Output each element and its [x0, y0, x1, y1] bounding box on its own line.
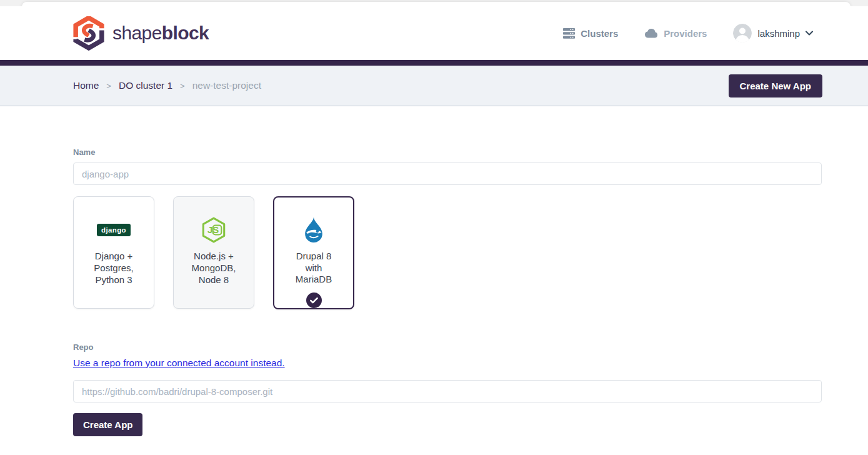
- nodejs-logo-icon: JS: [200, 213, 227, 247]
- chevron-down-icon: [806, 31, 813, 36]
- drupal-logo-icon: [301, 214, 327, 247]
- app-header: shapeblock Clusters: [0, 6, 868, 60]
- brand-name-shape: shape: [112, 22, 162, 43]
- server-stack-icon: [563, 28, 575, 39]
- person-avatar: [733, 24, 752, 42]
- repo-section: Repo Use a repo from your connected acco…: [73, 342, 822, 436]
- nav-item-clusters[interactable]: Clusters: [563, 28, 618, 39]
- brand-logo[interactable]: shapeblock: [73, 16, 209, 51]
- stack-card-drupal-label: Drupal 8 with MariaDB: [287, 251, 340, 286]
- top-nav: Clusters Providers lakshminp: [563, 24, 813, 42]
- check-circle-icon: [306, 292, 322, 308]
- create-app-form: Name django Django + Postgres, Python 3 …: [0, 106, 868, 436]
- create-app-button[interactable]: Create App: [73, 413, 142, 436]
- repo-field-label: Repo: [73, 342, 822, 352]
- nav-item-providers[interactable]: Providers: [644, 28, 707, 39]
- breadcrumb-bar: Home > DO cluster 1 > new-test-project C…: [0, 66, 868, 106]
- brand-name-block: block: [162, 22, 209, 43]
- django-logo: django: [97, 224, 131, 236]
- breadcrumb-home[interactable]: Home: [73, 80, 99, 91]
- nodejs-js-letters: JS: [207, 224, 219, 235]
- breadcrumb-separator: >: [106, 81, 111, 91]
- stack-card-list: django Django + Postgres, Python 3 JS No…: [73, 196, 822, 309]
- stack-card-django[interactable]: django Django + Postgres, Python 3: [73, 196, 154, 309]
- cloud-icon: [644, 29, 658, 38]
- user-menu[interactable]: lakshminp: [733, 24, 813, 42]
- browser-edge-strip: [0, 0, 868, 6]
- breadcrumb-separator: >: [180, 81, 185, 91]
- name-field-label: Name: [73, 148, 822, 157]
- use-connected-repo-link[interactable]: Use a repo from your connected account i…: [73, 358, 285, 369]
- shapeblock-hexagon-logo-icon: [73, 16, 104, 51]
- nav-clusters-label: Clusters: [581, 28, 618, 39]
- create-new-app-button[interactable]: Create New App: [729, 74, 822, 98]
- header-divider-bar: [0, 60, 868, 66]
- repo-url-input[interactable]: [73, 380, 822, 402]
- stack-card-drupal[interactable]: Drupal 8 with MariaDB: [273, 196, 354, 309]
- breadcrumb-cluster[interactable]: DO cluster 1: [119, 80, 172, 91]
- app-name-input[interactable]: [73, 162, 822, 185]
- django-logo-icon: django: [97, 213, 131, 247]
- breadcrumb: Home > DO cluster 1 > new-test-project: [73, 80, 261, 91]
- breadcrumb-current-project: new-test-project: [192, 80, 261, 91]
- stack-card-nodejs-label: Node.js + MongoDB, Node 8: [182, 251, 246, 286]
- username: lakshminp: [757, 28, 800, 39]
- nav-providers-label: Providers: [664, 28, 707, 39]
- stack-card-django-label: Django + Postgres, Python 3: [82, 251, 146, 286]
- stack-card-nodejs[interactable]: JS Node.js + MongoDB, Node 8: [173, 196, 254, 309]
- brand-name: shapeblock: [112, 24, 209, 42]
